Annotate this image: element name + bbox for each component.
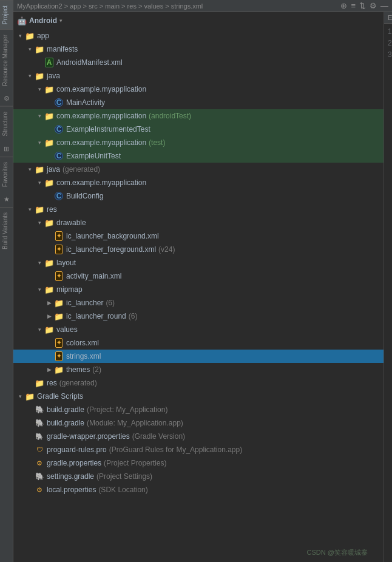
file-icon: 📁 (34, 164, 45, 174)
collapse-icon[interactable]: ≡ (351, 1, 356, 10)
file-icon: ✦ (53, 351, 64, 361)
expand-arrow[interactable]: ▾ (25, 206, 34, 212)
expand-arrow[interactable]: ▾ (35, 113, 44, 119)
item-label: ic_launcher_round (66, 312, 126, 320)
tree-item-app[interactable]: ▾ 📁 app (13, 29, 384, 42)
sidebar-tab-build-variants[interactable]: Build Variants (0, 207, 13, 254)
tree-item-ExampleInstrumentedTest[interactable]: C ExampleInstrumentedTest (13, 123, 384, 136)
item-label: res (47, 205, 57, 214)
tree-item-java[interactable]: ▾ 📁 java (13, 69, 384, 83)
tree-item-com2[interactable]: ▾ 📁 com.example.myapplication (androidTe… (13, 109, 384, 123)
tree-item-gradle-props[interactable]: ⚙ gradle.properties (Project Properties) (13, 456, 384, 470)
sidebar-icon-2: ⊞ (0, 141, 13, 157)
tree-item-com3[interactable]: ▾ 📁 com.example.myapplication (test) (13, 136, 384, 149)
item-label: ic_launcher (66, 299, 103, 307)
android-dropdown-arrow[interactable]: ▾ (59, 18, 63, 24)
tree-item-manifests[interactable]: ▾ 📁 manifests (13, 42, 384, 56)
expand-arrow[interactable]: ▾ (25, 166, 34, 172)
hide-icon[interactable]: — (380, 1, 388, 10)
tree-item-gradle-scripts[interactable]: ▾ 📁 Gradle Scripts (13, 390, 384, 403)
tree-item-layout[interactable]: ▾ 📁 layout (13, 256, 384, 269)
item-sublabel: (v24) (158, 245, 175, 254)
tree-item-build-gradle-proj[interactable]: 🐘 build.gradle (Project: My_Application) (13, 403, 384, 416)
expand-arrow[interactable]: ▶ (45, 300, 53, 306)
tree-item-ic_launcher_round[interactable]: ▶ 📁 ic_launcher_round (6) (13, 310, 384, 323)
tree-item-themes[interactable]: ▶ 📁 themes (2) (13, 363, 384, 376)
tree-item-androidmanifest[interactable]: A AndroidManifest.xml (13, 56, 384, 69)
expand-arrow[interactable]: ▾ (35, 86, 44, 92)
file-tree: ▾ 📁 app ▾ 📁 manifests A AndroidManifest.… (13, 29, 384, 496)
line-1: 1 (388, 26, 392, 38)
tree-item-ic_launcher_bg[interactable]: ✦ ic_launcher_background.xml (13, 229, 384, 243)
expand-arrow[interactable]: ▶ (45, 367, 53, 373)
item-sublabel: (Project: My_Application) (87, 405, 167, 414)
tree-item-colors[interactable]: ✦ colors.xml (13, 336, 384, 350)
file-icon: ✦ (53, 271, 64, 281)
expand-arrow[interactable]: ▾ (35, 260, 44, 266)
tree-item-ic_launcher_fg[interactable]: ✦ ic_launcher_foreground.xml (v24) (13, 243, 384, 256)
file-icon: 📁 (44, 178, 55, 188)
line-3: 3 (388, 49, 392, 61)
file-icon: 📁 (24, 31, 35, 41)
file-icon: C (53, 124, 64, 134)
file-icon: ✦ (53, 245, 64, 254)
tree-item-strings[interactable]: ✦ strings.xml (13, 350, 384, 363)
item-label: build.gradle (47, 405, 84, 414)
expand-arrow[interactable]: ▾ (16, 33, 24, 39)
tree-item-local-props[interactable]: ⚙ local.properties (SDK Location) (13, 483, 384, 496)
tree-panel[interactable]: 🤖 Android ▾ ▾ 📁 app ▾ 📁 manifests A Andr… (13, 12, 384, 562)
expand-arrow[interactable]: ▾ (35, 140, 44, 146)
expand-arrow[interactable]: ▾ (35, 180, 44, 186)
file-icon: 🛡 (34, 445, 45, 455)
tree-item-BuildConfig[interactable]: C BuildConfig (13, 189, 384, 203)
tree-item-proguard[interactable]: 🛡 proguard-rules.pro (ProGuard Rules for… (13, 443, 384, 456)
breadcrumb-icons: ⊕ ≡ ⇅ ⚙ — (340, 1, 388, 10)
tree-item-gradle-wrapper[interactable]: 🐘 gradle-wrapper.properties (Gradle Vers… (13, 430, 384, 443)
expand-arrow[interactable]: ▾ (35, 327, 44, 333)
watermark: CSDN @笑容暖城寨 (307, 548, 368, 557)
sidebar-tab-structure[interactable]: Structure (0, 106, 13, 141)
expand-arrow[interactable]: ▾ (25, 46, 34, 52)
file-icon: 🐘 (34, 472, 45, 481)
item-sublabel: (Module: My_Application.app) (87, 419, 183, 427)
tree-item-com4[interactable]: ▾ 📁 com.example.myapplication (13, 176, 384, 189)
tree-item-activity_main[interactable]: ✦ activity_main.xml (13, 269, 384, 283)
tree-item-res[interactable]: ▾ 📁 res (13, 203, 384, 216)
item-label: layout (56, 259, 76, 267)
item-label: java (47, 72, 60, 80)
tree-item-drawable[interactable]: ▾ 📁 drawable (13, 216, 384, 229)
item-sublabel: (6) (106, 299, 115, 307)
file-icon: 📁 (44, 138, 55, 147)
expand-arrow[interactable]: ▾ (35, 220, 44, 226)
sidebar-tab-favorites[interactable]: Favorites (0, 157, 13, 192)
item-label: values (56, 325, 78, 334)
android-header[interactable]: 🤖 Android ▾ (13, 12, 384, 29)
file-icon: C (53, 98, 64, 107)
expand-arrow[interactable]: ▶ (45, 313, 53, 319)
sidebar-icon-1: ⚙ (0, 91, 13, 106)
tree-item-settings-gradle[interactable]: 🐘 settings.gradle (Project Settings) (13, 470, 384, 483)
expand-arrow[interactable]: ▾ (25, 73, 34, 79)
tree-item-mipmap[interactable]: ▾ 📁 mipmap (13, 283, 384, 296)
tree-item-mainactivity[interactable]: C MainActivity (13, 96, 384, 109)
file-icon: 📁 (44, 218, 55, 228)
item-label: ExampleUnitTest (66, 152, 121, 160)
tree-item-ic_launcher[interactable]: ▶ 📁 ic_launcher (6) (13, 296, 384, 310)
scope-icon[interactable]: ⊕ (340, 1, 347, 10)
settings-icon[interactable]: ⚙ (370, 1, 377, 10)
tree-item-java-generated[interactable]: ▾ 📁 java (generated) (13, 163, 384, 176)
tree-item-com1[interactable]: ▾ 📁 com.example.myapplication (13, 83, 384, 96)
tree-item-res-generated[interactable]: 📁 res (generated) (13, 376, 384, 390)
sort-icon[interactable]: ⇅ (359, 1, 366, 10)
file-icon: ⚙ (34, 458, 45, 468)
tree-item-ExampleUnitTest[interactable]: C ExampleUnitTest (13, 149, 384, 163)
sidebar-tab-project[interactable]: Project (0, 0, 13, 29)
tree-item-build-gradle-mod[interactable]: 🐘 build.gradle (Module: My_Application.a… (13, 416, 384, 430)
item-label: java (47, 165, 60, 174)
file-icon: ⚙ (34, 485, 45, 495)
main-content: MyApplication2 > app > src > main > res … (13, 0, 392, 562)
tree-item-values[interactable]: ▾ 📁 values (13, 323, 384, 336)
sidebar-tab-resource-manager[interactable]: Resource Manager (0, 29, 13, 91)
expand-arrow[interactable]: ▾ (16, 393, 24, 399)
expand-arrow[interactable]: ▾ (35, 286, 44, 293)
